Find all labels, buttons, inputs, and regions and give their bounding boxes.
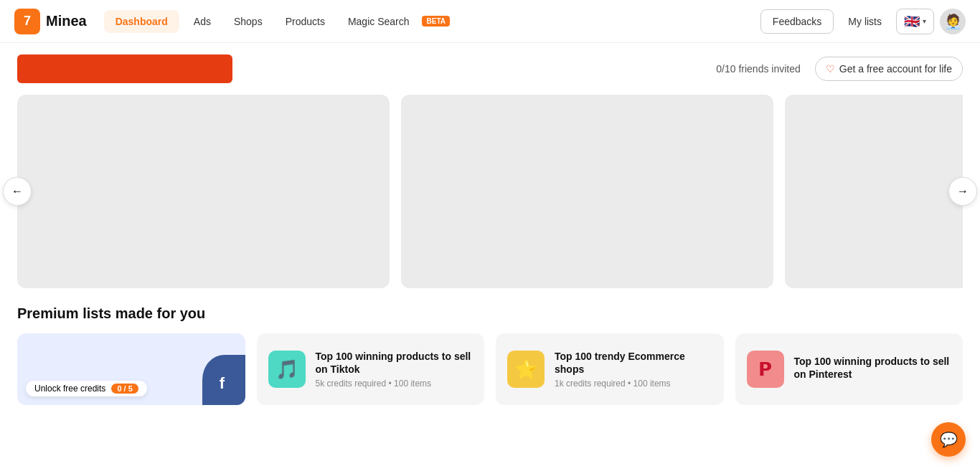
carousel-card-2 xyxy=(401,95,773,288)
credits-bubble: Unlock free credits 0 / 5 xyxy=(26,381,147,396)
shops-button[interactable]: Shops xyxy=(225,10,271,33)
premium-cards-container: f Unlock free credits 0 / 5 🎵 Top 100 wi… xyxy=(17,333,963,405)
dashboard-button[interactable]: Dashboard xyxy=(104,10,179,33)
premium-card-ecommerce[interactable]: ⭐ Top 100 trendy Ecommerce shops 1k cred… xyxy=(496,333,724,405)
logo-area: 7 Minea xyxy=(14,9,87,34)
carousel-next-button[interactable]: → xyxy=(948,177,977,206)
language-selector[interactable]: 🇬🇧 ▾ xyxy=(896,9,934,34)
logo-text: Minea xyxy=(46,13,87,29)
magic-search-button[interactable]: Magic Search xyxy=(339,10,418,33)
pinterest-icon: 𝗣 xyxy=(747,351,784,388)
free-account-button[interactable]: ♡ Get a free account for life xyxy=(815,57,963,81)
logo-icon: 7 xyxy=(14,9,40,34)
flag-icon: 🇬🇧 xyxy=(904,14,920,29)
chat-icon: 💬 xyxy=(940,431,958,448)
premium-card-pinterest[interactable]: 𝗣 Top 100 winning products to sell on Pi… xyxy=(735,333,963,405)
feedbacks-button[interactable]: Feedbacks xyxy=(760,9,834,34)
ecomm-icon: ⭐ xyxy=(507,351,545,388)
pinterest-card-title: Top 100 winning products to sell on Pint… xyxy=(794,355,952,381)
free-account-label: Get a free account for life xyxy=(839,63,952,75)
carousel-container xyxy=(17,95,963,288)
pinterest-card-text: Top 100 winning products to sell on Pint… xyxy=(794,355,952,384)
credits-counter: 0 / 5 xyxy=(111,384,138,394)
banner-area: 0/10 friends invited ♡ Get a free accoun… xyxy=(0,43,980,95)
premium-card-facebook[interactable]: f Unlock free credits 0 / 5 xyxy=(17,333,245,405)
premium-title: Premium lists made for you xyxy=(17,305,963,322)
my-lists-button[interactable]: My lists xyxy=(839,10,890,33)
products-button[interactable]: Products xyxy=(277,10,334,33)
premium-card-tiktok[interactable]: 🎵 Top 100 winning products to sell on Ti… xyxy=(257,333,485,405)
premium-section: Premium lists made for you f Unlock free… xyxy=(0,288,980,405)
ads-button[interactable]: Ads xyxy=(185,10,220,33)
beta-badge: BETA xyxy=(422,16,449,27)
carousel-card-1 xyxy=(17,95,390,288)
magic-search-area: Magic Search BETA xyxy=(339,10,450,33)
unlock-credits-label: Unlock free credits xyxy=(34,384,105,394)
heart-icon: ♡ xyxy=(826,63,835,75)
chat-button[interactable]: 💬 xyxy=(931,422,966,457)
invite-text: 0/10 friends invited xyxy=(716,63,801,75)
carousel-prev-button[interactable]: ← xyxy=(3,177,32,206)
red-banner xyxy=(17,54,232,83)
avatar[interactable]: 🧑‍💼 xyxy=(940,9,966,34)
carousel-section: ← → xyxy=(0,95,980,288)
tiktok-card-text: Top 100 winning products to sell on Tikt… xyxy=(316,350,473,389)
ecomm-card-title: Top 100 trendy Ecommerce shops xyxy=(555,350,712,376)
carousel-card-3 xyxy=(785,95,963,288)
tiktok-icon: 🎵 xyxy=(268,351,306,388)
ecomm-card-text: Top 100 trendy Ecommerce shops 1k credit… xyxy=(555,350,712,389)
chevron-down-icon: ▾ xyxy=(923,17,926,25)
tiktok-card-meta: 5k credits required • 100 items xyxy=(316,379,473,389)
ecomm-card-meta: 1k credits required • 100 items xyxy=(555,379,712,389)
tiktok-card-title: Top 100 winning products to sell on Tikt… xyxy=(316,350,473,376)
navbar: 7 Minea Dashboard Ads Shops Products Mag… xyxy=(0,0,980,43)
